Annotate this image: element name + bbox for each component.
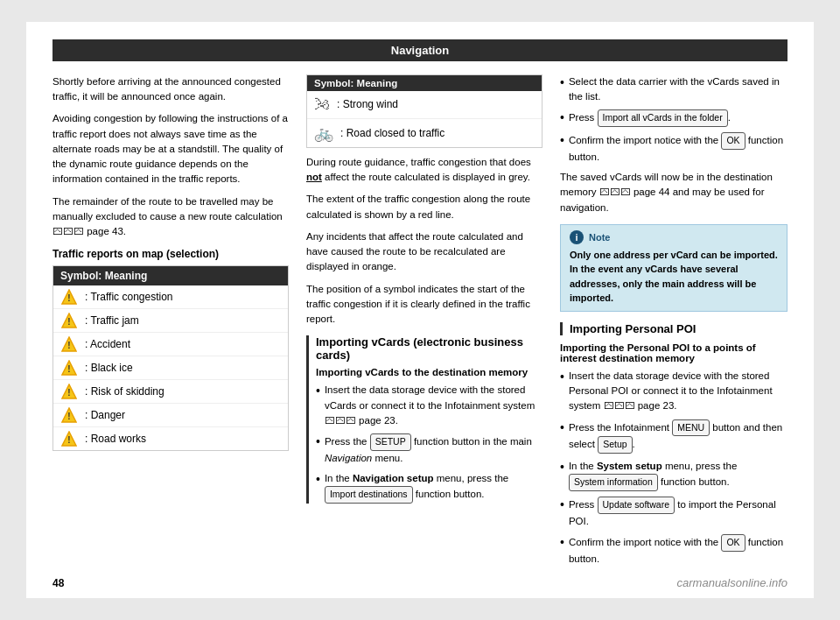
svg-text:!: ! xyxy=(67,435,70,445)
traffic-jam-icon: ! xyxy=(60,313,78,328)
bullet-item: • Press Import all vCards in the folder. xyxy=(560,109,788,127)
bullet-dot: • xyxy=(560,497,564,529)
wind-icon: 🌬 xyxy=(314,95,330,114)
middle-para3: Any incidents that affect the route calc… xyxy=(306,229,542,275)
list-item: ! : Road works xyxy=(53,427,288,450)
traffic-reports-section-title: Traffic reports on map (selection) xyxy=(52,248,289,260)
traffic-congestion-icon: ! xyxy=(60,289,78,305)
black-ice-label: : Black ice xyxy=(85,362,133,374)
bullet-item: • Confirm the import notice with the OK … xyxy=(560,534,788,567)
bullet2-text: Press the SETUP function button in the m… xyxy=(325,433,542,466)
update-software-button: Update software xyxy=(598,497,675,514)
page: Navigation Shortly before arriving at th… xyxy=(26,22,814,598)
bullet-item: • In the Navigation setup menu, press th… xyxy=(316,471,542,504)
danger-icon: ! xyxy=(60,407,78,423)
middle-para2: The extent of the traffic congestion alo… xyxy=(306,192,542,222)
road-closed-icon: 🚲 xyxy=(314,123,333,143)
middle-para4: The position of a symbol indicates the s… xyxy=(306,282,542,328)
note-header: i Note xyxy=(570,230,778,244)
bullet-item: • Press the Infotainment MENU button and… xyxy=(560,419,788,454)
list-item: ! : Risk of skidding xyxy=(53,380,288,404)
list-item: 🌬 : Strong wind xyxy=(307,91,542,119)
bullet-dot: • xyxy=(560,419,564,454)
ok-button-1: OK xyxy=(721,132,745,150)
note-label: Note xyxy=(589,232,610,243)
bullet-item: • Confirm the import notice with the OK … xyxy=(560,132,788,165)
list-item: 🚲 : Road closed to traffic xyxy=(307,119,542,147)
import-vcards-title: Importing vCards (electronic business ca… xyxy=(316,335,542,362)
ok-button-2: OK xyxy=(721,534,745,552)
danger-label: : Danger xyxy=(85,409,125,421)
import-poi-section-heading: Importing Personal POI xyxy=(560,322,788,335)
bullet2-text: Press Import all vCards in the folder. xyxy=(569,109,731,127)
note-text: Only one address per vCard can be import… xyxy=(570,248,778,306)
saved-vcards-para: The saved vCards will now be in the dest… xyxy=(560,170,788,215)
bullet-item: • Insert the data storage device with th… xyxy=(316,383,542,428)
middle-column: Symbol: Meaning 🌬 : Strong wind 🚲 : Road… xyxy=(306,74,542,572)
header-title: Navigation xyxy=(391,44,449,57)
bullet-item: • Press the SETUP function button in the… xyxy=(316,433,542,466)
import-destinations-button: Import destinations xyxy=(325,486,413,504)
watermark: carmanualsonline.info xyxy=(677,576,788,589)
bullet3-text: Confirm the import notice with the OK fu… xyxy=(569,132,788,165)
header-bar: Navigation xyxy=(52,39,788,61)
wind-label: : Strong wind xyxy=(337,98,398,110)
bullet-dot: • xyxy=(560,459,564,491)
poi-bullet4-text: Press Update software to import the Pers… xyxy=(569,497,788,529)
bullet-item: • Select the data carrier with the vCard… xyxy=(560,74,788,105)
content-area: Shortly before arriving at the announced… xyxy=(52,74,788,572)
black-ice-icon: ! xyxy=(60,360,78,376)
import-vcards-box: Importing vCards (electronic business ca… xyxy=(306,335,542,504)
info-icon: i xyxy=(570,230,584,244)
system-information-button: System information xyxy=(569,474,658,491)
left-para2: Avoiding congestion by following the ins… xyxy=(52,111,289,187)
road-works-label: : Road works xyxy=(85,433,146,445)
bullet3-text: In the Navigation setup menu, press the … xyxy=(325,471,542,504)
left-para3: The remainder of the route to be travell… xyxy=(52,194,289,240)
bullet-dot: • xyxy=(560,534,564,567)
svg-text:!: ! xyxy=(67,293,70,303)
bullet1-text: Insert the data storage device with the … xyxy=(325,383,542,428)
road-works-icon: ! xyxy=(60,431,78,447)
import-all-vcards-button: Import all vCards in the folder xyxy=(598,109,728,127)
note-box: i Note Only one address per vCard can be… xyxy=(560,224,788,312)
bullet-dot: • xyxy=(316,383,320,428)
symbol-table-header: Symbol: Meaning xyxy=(53,266,288,285)
bullet-dot: • xyxy=(560,109,564,127)
traffic-congestion-label: : Traffic congestion xyxy=(85,291,173,303)
accident-label: : Accident xyxy=(85,338,130,350)
skidding-icon: ! xyxy=(60,384,78,399)
middle-symbol-table: Symbol: Meaning 🌬 : Strong wind 🚲 : Road… xyxy=(306,74,542,148)
svg-text:!: ! xyxy=(67,364,70,374)
list-item: ! : Accident xyxy=(53,333,288,356)
road-closed-label: : Road closed to traffic xyxy=(340,127,444,139)
list-item: ! : Traffic congestion xyxy=(53,285,288,309)
bullet-dot: • xyxy=(316,433,320,466)
right-column: • Select the data carrier with the vCard… xyxy=(560,74,788,572)
middle-symbol-table-header: Symbol: Meaning xyxy=(307,75,542,91)
skidding-label: : Risk of skidding xyxy=(85,385,164,398)
poi-bullet1-text: Insert the data storage device with the … xyxy=(569,369,788,414)
poi-bullet2-text: Press the Infotainment MENU button and t… xyxy=(569,419,788,454)
svg-text:!: ! xyxy=(67,317,70,327)
bullet-dot: • xyxy=(560,74,564,105)
left-column: Shortly before arriving at the announced… xyxy=(52,74,289,572)
poi-bullet5-text: Confirm the import notice with the OK fu… xyxy=(569,534,788,567)
traffic-jam-label: : Traffic jam xyxy=(85,314,139,327)
bullet-item: • Press Update software to import the Pe… xyxy=(560,497,788,529)
list-item: ! : Black ice xyxy=(53,356,288,380)
list-item: ! : Danger xyxy=(53,404,288,427)
poi-bullet3-text: In the System setup menu, press the Syst… xyxy=(569,459,788,491)
menu-button: MENU xyxy=(672,419,710,437)
bullet-dot: • xyxy=(316,471,320,504)
bullet-item: • Insert the data storage device with th… xyxy=(560,369,788,414)
symbol-table: Symbol: Meaning ! : Traffic congestion xyxy=(52,265,289,451)
bullet1-text: Select the data carrier with the vCards … xyxy=(569,74,788,105)
list-item: ! : Traffic jam xyxy=(53,309,288,333)
left-para1: Shortly before arriving at the announced… xyxy=(52,74,289,105)
middle-para1: During route guidance, traffic congestio… xyxy=(306,155,542,186)
bullet-dot: • xyxy=(560,369,564,414)
setup-button: SETUP xyxy=(370,433,411,451)
svg-text:!: ! xyxy=(67,341,70,350)
accident-icon: ! xyxy=(60,336,78,352)
